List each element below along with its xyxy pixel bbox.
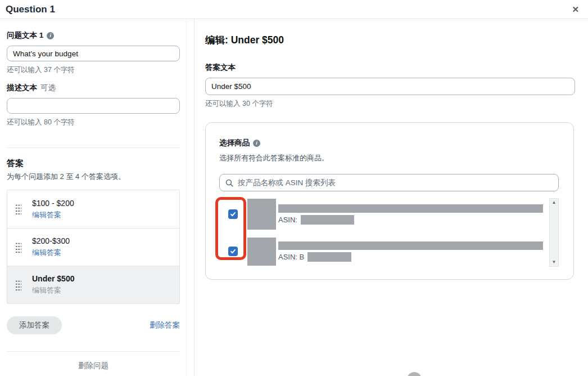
- drag-handle-icon[interactable]: [15, 242, 21, 253]
- answer-label: $100 - $200: [32, 199, 74, 208]
- answer-row: $200-$300 编辑答案: [7, 228, 179, 266]
- answer-label: $200-$300: [32, 236, 70, 245]
- question-text-input[interactable]: [7, 46, 180, 61]
- product-image-placeholder: [247, 238, 276, 266]
- asin-label: ASIN: B: [278, 253, 304, 261]
- select-products-label: 选择商品 i: [219, 138, 260, 148]
- section-divider: [7, 147, 180, 148]
- answer-label: Under $500: [32, 274, 74, 283]
- answers-subtext: 为每个问题添加 2 至 4 个答案选项。: [7, 172, 180, 182]
- description-text-input[interactable]: [7, 98, 180, 114]
- answer-text-input[interactable]: [205, 78, 575, 95]
- product-search-input[interactable]: [238, 178, 553, 187]
- drag-handle-icon[interactable]: [15, 280, 21, 290]
- edit-answer-link-disabled: 编辑答案: [32, 285, 74, 296]
- answer-list: $100 - $200 编辑答案 $200-$300 编辑答案 Under $5…: [7, 190, 180, 304]
- product-row: ASIN:: [218, 198, 543, 230]
- question-text-label: 问题文本 1 i: [7, 30, 180, 41]
- answers-heading: 答案: [7, 158, 180, 169]
- add-answer-button[interactable]: 添加答案: [7, 316, 62, 334]
- product-list: ASIN: ASIN: B: [218, 198, 560, 267]
- floating-button-partial[interactable]: [407, 372, 422, 376]
- answer-row-selected: Under $500 编辑答案: [7, 266, 179, 303]
- answer-actions: 添加答案 删除答案: [7, 316, 180, 334]
- product-selection-card: 选择商品 i 选择所有符合此答案标准的商品。: [205, 122, 574, 280]
- edit-answer-link[interactable]: 编辑答案: [32, 248, 70, 258]
- question-chars-remaining: 还可以输入 37 个字符: [7, 65, 180, 75]
- select-products-description: 选择所有符合此答案标准的商品。: [219, 153, 329, 163]
- description-chars-remaining: 还可以输入 80 个字符: [7, 118, 180, 127]
- answer-edit-panel: 编辑: Under $500 答案文本 还可以输入 30 个字符 选择商品 i …: [205, 19, 575, 280]
- scroll-down-icon[interactable]: ▼: [552, 258, 557, 266]
- product-row: ASIN: B: [218, 237, 543, 266]
- product-checkbox-checked[interactable]: [228, 209, 238, 219]
- answer-text-label: 答案文本: [205, 62, 575, 73]
- delete-answer-link[interactable]: 删除答案: [150, 320, 180, 330]
- product-search-box: [219, 174, 559, 191]
- drag-handle-icon[interactable]: [15, 204, 21, 214]
- asin-label: ASIN:: [278, 216, 297, 224]
- product-title-redacted: [278, 241, 543, 250]
- optional-tag: 可选: [40, 83, 56, 93]
- product-checkbox-checked[interactable]: [228, 247, 238, 256]
- info-icon[interactable]: i: [47, 32, 54, 39]
- question-settings-panel: 问题文本 1 i 还可以输入 37 个字符 描述文本 可选 还可以输入 80 个…: [7, 19, 180, 371]
- panel-divider-inner: [186, 19, 187, 376]
- edit-answer-heading: 编辑: Under $500: [205, 33, 575, 47]
- footer-divider: [7, 351, 180, 352]
- delete-question-link[interactable]: 删除问题: [7, 361, 180, 371]
- product-title-redacted: [278, 204, 543, 213]
- panel-divider: [194, 19, 195, 376]
- product-image-placeholder: [247, 199, 276, 230]
- answer-chars-remaining: 还可以输入 30 个字符: [205, 99, 575, 109]
- answer-row: $100 - $200 编辑答案: [7, 190, 179, 228]
- search-icon: [225, 179, 233, 187]
- edit-answer-link[interactable]: 编辑答案: [32, 210, 74, 220]
- check-icon: [230, 248, 236, 254]
- asin-value-redacted: [307, 252, 351, 262]
- asin-value-redacted: [301, 215, 354, 225]
- page-title: Question 1: [6, 4, 55, 15]
- close-icon[interactable]: ✕: [572, 5, 579, 15]
- description-text-label: 描述文本 可选: [7, 83, 180, 93]
- scroll-up-icon[interactable]: ▲: [552, 199, 557, 207]
- info-icon[interactable]: i: [253, 140, 260, 147]
- question-editor-modal: Question 1 ✕ 问题文本 1 i 还可以输入 37 个字符 描述文本 …: [0, 0, 588, 376]
- product-list-scrollbar[interactable]: ▲ ▼: [549, 198, 559, 267]
- check-icon: [230, 211, 236, 217]
